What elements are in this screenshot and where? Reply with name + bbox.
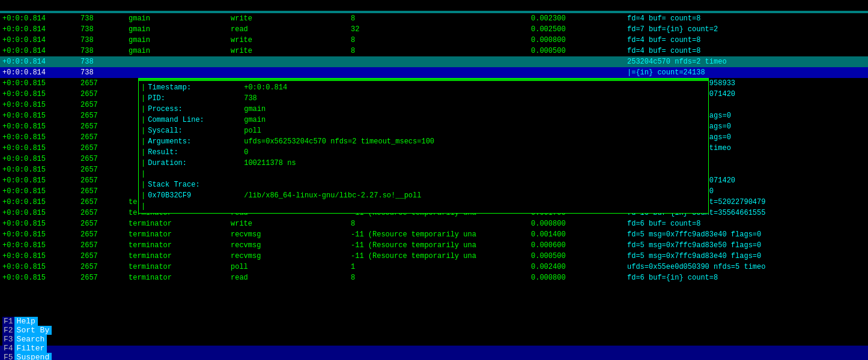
cell-process: gmain <box>129 46 231 56</box>
cell-process: terminator <box>129 240 231 251</box>
popup-field-label: Syscall: <box>148 125 244 136</box>
cell-pid: 738 <box>80 35 129 46</box>
cell-duration: 0.002400 <box>531 262 627 272</box>
cell-pid: 2657 <box>80 110 129 121</box>
table-row[interactable]: +0:0:0.814738gmainwrite80.000800fd=4 buf… <box>0 35 868 46</box>
popup-field-row: |Syscall:poll <box>141 125 706 136</box>
cell-pid: 738 <box>80 13 129 24</box>
cell-details: fd=4 buf= count=8 <box>627 13 866 24</box>
cell-pid: 2657 <box>80 164 129 175</box>
table-row[interactable]: +0:0:0.814738253204c570 nfds=2 timeo <box>0 56 868 67</box>
cell-timestamp: +0:0:0.815 <box>2 229 80 240</box>
cell-timestamp: +0:0:0.814 <box>2 13 80 24</box>
cell-pid: 2657 <box>80 89 129 100</box>
event-popup-body: |Timestamp:+0:0:0.814|PID:738|Process:gm… <box>139 81 708 213</box>
cell-pid: 2657 <box>80 229 129 240</box>
cell-pid: 2657 <box>80 208 129 218</box>
cell-timestamp: +0:0:0.815 <box>2 272 80 283</box>
cell-timestamp: +0:0:0.815 <box>2 78 80 89</box>
cell-timestamp: +0:0:0.815 <box>2 121 80 132</box>
popup-field-value: +0:0:0.814 <box>244 82 287 93</box>
cell-pid: 2657 <box>80 78 129 89</box>
fkey-group[interactable]: F5Suspend <box>2 353 54 360</box>
cell-details: fd=5 msg=0x7ffc9ad83e40 flags=0 <box>627 229 866 240</box>
cell-result: 8 <box>351 272 531 283</box>
cell-details: fd=6 buf={in} count=8 <box>627 272 866 283</box>
cell-process: gmain <box>129 24 231 35</box>
cell-operation: poll <box>231 262 351 272</box>
cell-operation: recvmsg <box>231 229 351 240</box>
cell-timestamp: +0:0:0.815 <box>2 240 80 251</box>
cell-pid: 2657 <box>80 272 129 283</box>
popup-field-label: 0x70B32CF9 <box>148 190 244 201</box>
cell-pid: 2657 <box>80 262 129 272</box>
table-row[interactable]: +0:0:0.8152657terminatorrecvmsg-11 (Reso… <box>0 240 868 251</box>
bottom-bar: F1HelpF2Sort ByF3SearchF4FilterF5Suspend… <box>0 346 868 360</box>
popup-field-value: 0 <box>244 147 248 158</box>
cell-details: fd=5 msg=0x7ffc9ad83e40 flags=0 <box>627 251 866 262</box>
cell-pid: 2657 <box>80 100 129 110</box>
cell-result: 32 <box>351 24 531 35</box>
cell-timestamp: +0:0:0.814 <box>2 67 80 78</box>
cell-operation: write <box>231 35 351 46</box>
table-row[interactable]: +0:0:0.8152657terminatorpoll10.002400ufd… <box>0 262 868 272</box>
fkey-label[interactable]: Suspend <box>14 353 52 360</box>
popup-field-label: Result: <box>148 147 244 158</box>
cell-operation: write <box>231 46 351 56</box>
cell-duration: 0.000800 <box>531 35 627 46</box>
cell-result: 8 <box>351 35 531 46</box>
table-row[interactable]: +0:0:0.814738gmainwrite80.002300fd=4 buf… <box>0 13 868 24</box>
popup-field-value: 738 <box>244 93 257 104</box>
cell-duration: 0.002500 <box>531 24 627 35</box>
popup-field-label <box>148 201 244 212</box>
cell-result: 8 <box>351 218 531 229</box>
cell-timestamp: +0:0:0.814 <box>2 56 80 67</box>
cell-process: gmain <box>129 35 231 46</box>
popup-field-row: |Process:gmain <box>141 104 706 115</box>
cell-process: terminator <box>129 262 231 272</box>
main-content: +0:0:0.814738gmainwrite80.002300fd=4 buf… <box>0 13 868 346</box>
cell-timestamp: +0:0:0.815 <box>2 218 80 229</box>
cell-operation: read <box>231 272 351 283</box>
popup-field-label: Process: <box>148 104 244 115</box>
popup-field-label <box>148 169 244 179</box>
table-row[interactable]: +0:0:0.8152657terminatorwrite80.000800fd… <box>0 218 868 229</box>
cell-operation <box>231 56 351 67</box>
cell-operation: recvmsg <box>231 240 351 251</box>
popup-field-label: Duration: <box>148 158 244 169</box>
cell-timestamp: +0:0:0.815 <box>2 208 80 218</box>
popup-field-row: |Result:0 <box>141 147 706 158</box>
popup-field-row: | <box>141 169 706 179</box>
event-popup[interactable]: |Timestamp:+0:0:0.814|PID:738|Process:gm… <box>138 78 709 214</box>
popup-field-row: | <box>141 201 706 212</box>
cell-process: terminator <box>129 272 231 283</box>
table-row[interactable]: +0:0:0.814738gmainwrite80.000500fd=4 buf… <box>0 46 868 56</box>
popup-field-value: gmain <box>244 115 266 125</box>
cell-duration: 0.000800 <box>531 218 627 229</box>
cell-timestamp: +0:0:0.814 <box>2 46 80 56</box>
popup-field-value: 100211378 ns <box>244 158 296 169</box>
cell-operation <box>231 67 351 78</box>
cell-pid: 738 <box>80 24 129 35</box>
popup-field-row: |Command Line:gmain <box>141 115 706 125</box>
cell-timestamp: +0:0:0.815 <box>2 89 80 100</box>
cell-pid: 2657 <box>80 186 129 197</box>
cell-details: fd=7 buf={in} count=2 <box>627 24 866 35</box>
popup-field-label: Timestamp: <box>148 82 244 93</box>
cell-pid: 738 <box>80 67 129 78</box>
table-row[interactable]: +0:0:0.8152657terminatorread80.000800fd=… <box>0 272 868 283</box>
table-row[interactable]: +0:0:0.8152657terminatorrecvmsg-11 (Reso… <box>0 251 868 262</box>
cell-result <box>351 56 531 67</box>
cell-details: |={in} count=24138 <box>627 67 866 78</box>
cell-timestamp: +0:0:0.815 <box>2 164 80 175</box>
total-events-section <box>861 1 866 10</box>
table-row[interactable]: +0:0:0.814738|={in} count=24138 <box>0 67 868 78</box>
cell-result: -11 (Resource temporarily una <box>351 229 531 240</box>
table-row[interactable]: +0:0:0.814738gmainread320.002500fd=7 buf… <box>0 24 868 35</box>
popup-field-value: gmain <box>244 104 266 115</box>
cell-timestamp: +0:0:0.814 <box>2 35 80 46</box>
table-row[interactable]: +0:0:0.8152657terminatorrecvmsg-11 (Reso… <box>0 229 868 240</box>
cell-pid: 2657 <box>80 240 129 251</box>
cell-duration: 0.000800 <box>531 272 627 283</box>
cell-timestamp: +0:0:0.815 <box>2 186 80 197</box>
